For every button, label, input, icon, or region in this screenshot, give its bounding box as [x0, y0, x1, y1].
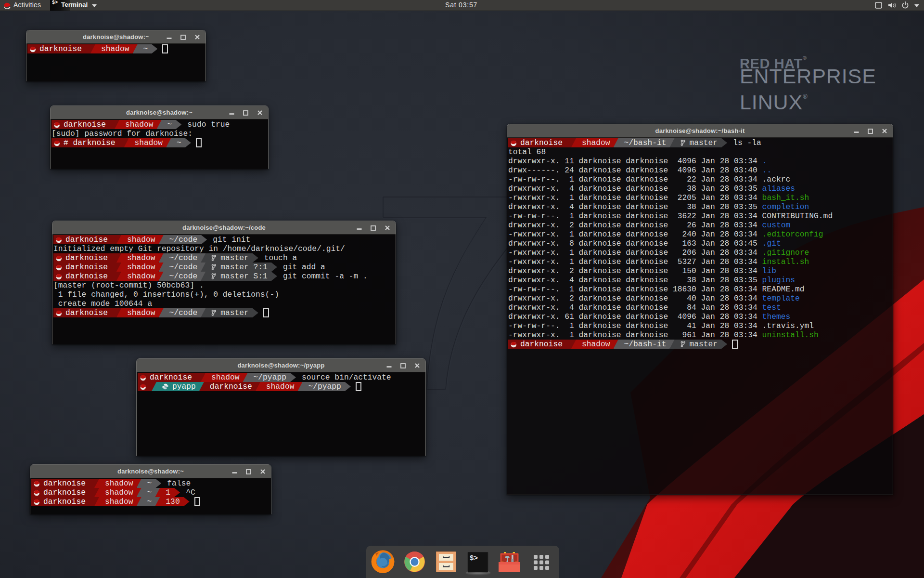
svg-text:$>: $>	[470, 554, 478, 562]
